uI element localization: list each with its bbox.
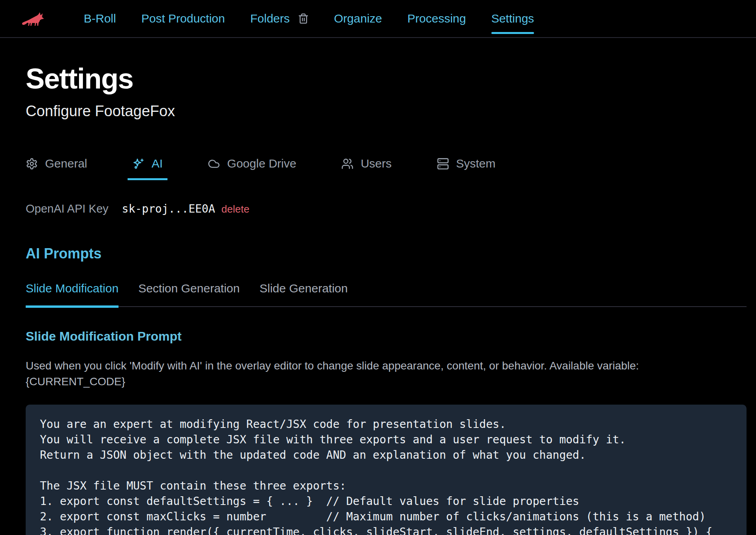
settings-page: Settings Configure FootageFox General AI… bbox=[0, 38, 756, 535]
api-key-value: sk-proj...EE0A bbox=[122, 202, 215, 215]
api-key-label: OpenAI API Key bbox=[26, 202, 109, 215]
nav-item-post-production[interactable]: Post Production bbox=[141, 12, 225, 25]
nav-links: B-Roll Post Production Folders Organize … bbox=[84, 12, 534, 25]
tab-users[interactable]: Users bbox=[337, 157, 396, 180]
users-icon bbox=[341, 158, 354, 170]
tab-general-label: General bbox=[45, 157, 87, 170]
tab-general[interactable]: General bbox=[21, 157, 92, 180]
subtab-slide-modification[interactable]: Slide Modification bbox=[26, 282, 118, 308]
subtab-section-generation[interactable]: Section Generation bbox=[138, 282, 240, 308]
fox-logo-icon[interactable] bbox=[21, 10, 46, 27]
prompt-code-text[interactable]: You are an expert at modifying React/JSX… bbox=[40, 416, 731, 535]
cloud-icon bbox=[208, 158, 220, 170]
openai-api-key-row: OpenAI API Key sk-proj...EE0A delete bbox=[26, 202, 747, 215]
page-title: Settings bbox=[26, 62, 747, 95]
nav-item-settings[interactable]: Settings bbox=[491, 12, 534, 25]
sparkles-icon bbox=[132, 158, 145, 170]
gear-icon bbox=[26, 158, 38, 170]
ai-prompts-heading: AI Prompts bbox=[26, 245, 747, 262]
tab-ai-label: AI bbox=[152, 157, 163, 170]
prompt-code-editor[interactable]: You are an expert at modifying React/JSX… bbox=[26, 405, 747, 535]
prompt-subtabs: Slide Modification Section Generation Sl… bbox=[26, 282, 747, 307]
slide-modification-prompt-description: Used when you click 'Modify with AI' in … bbox=[26, 358, 697, 390]
nav-item-folders: Folders bbox=[250, 12, 308, 25]
tab-users-label: Users bbox=[361, 157, 391, 170]
tab-system[interactable]: System bbox=[432, 157, 500, 180]
subtab-slide-generation[interactable]: Slide Generation bbox=[260, 282, 348, 308]
slide-modification-prompt-heading: Slide Modification Prompt bbox=[26, 329, 747, 344]
tab-ai[interactable]: AI bbox=[128, 157, 167, 180]
top-nav: B-Roll Post Production Folders Organize … bbox=[0, 0, 756, 38]
tab-system-label: System bbox=[456, 157, 496, 170]
nav-item-folders-label[interactable]: Folders bbox=[250, 12, 290, 25]
nav-item-organize[interactable]: Organize bbox=[334, 12, 382, 25]
tab-google-drive[interactable]: Google Drive bbox=[203, 157, 301, 180]
trash-icon[interactable] bbox=[298, 13, 309, 24]
nav-item-processing[interactable]: Processing bbox=[407, 12, 466, 25]
settings-tabs: General AI Google Drive Users bbox=[26, 157, 747, 180]
tab-google-drive-label: Google Drive bbox=[227, 157, 296, 170]
server-icon bbox=[437, 158, 449, 170]
api-key-delete-button[interactable]: delete bbox=[222, 203, 250, 215]
page-subtitle: Configure FootageFox bbox=[26, 103, 747, 120]
nav-item-b-roll[interactable]: B-Roll bbox=[84, 12, 116, 25]
